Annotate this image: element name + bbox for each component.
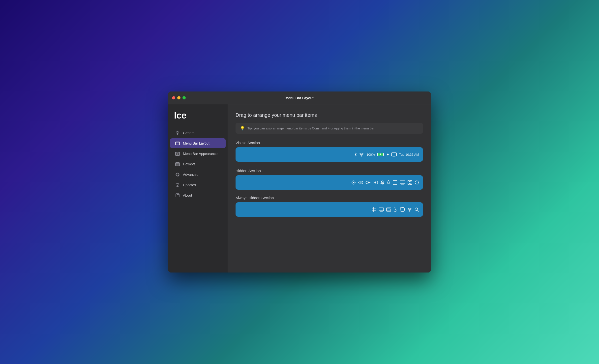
datetime-text: Tue 10:36 AM [399,153,419,156]
svg-rect-19 [384,154,384,155]
sidebar-item-hotkeys[interactable]: Hotkeys [170,159,226,169]
svg-point-15 [176,183,179,187]
svg-point-13 [177,174,178,175]
always-hidden-section-bar [236,202,423,217]
search2-icon [415,207,419,212]
play-icon [352,181,356,184]
svg-rect-8 [176,163,180,166]
sidebar-label-menu-bar-appearance: Menu Bar Appearance [183,152,217,156]
svg-rect-37 [400,181,405,184]
page-subtitle: Drag to arrange your menu bar items [236,112,423,118]
split-icon [393,180,397,185]
svg-rect-43 [410,183,412,185]
monitor-icon [400,181,405,184]
svg-rect-41 [410,181,412,182]
svg-line-56 [418,210,419,212]
svg-rect-9 [176,163,177,164]
svg-point-33 [375,182,376,183]
svg-marker-26 [353,182,355,183]
sidebar-item-updates[interactable]: Updates [170,180,226,190]
grid-icon [408,180,412,185]
svg-point-21 [387,154,389,155]
border-icon [400,207,405,212]
wifi-icon [359,152,364,156]
screen-record-icon [373,181,378,184]
tip-icon: 💡 [240,126,245,131]
sidebar-label-menu-bar-layout: Menu Bar Layout [183,141,210,145]
svg-rect-40 [408,181,410,182]
svg-rect-1 [176,142,180,145]
always-hidden-section-label: Always-Hidden Section [236,196,423,200]
sidebar: Ice General Menu Bar Layout [168,104,228,273]
dot-icon [387,153,389,155]
window-icon [386,208,391,212]
svg-rect-48 [379,208,384,211]
arrow-icon [415,180,419,185]
visible-section-label: Visible Section [236,141,423,145]
sidebar-item-menu-bar-layout[interactable]: Menu Bar Layout [170,138,226,148]
bluetooth-icon [354,152,357,157]
sidebar-label-updates: Updates [183,183,196,187]
svg-rect-11 [178,163,179,164]
general-icon [175,130,180,135]
sidebar-label-advanced: Advanced [183,173,198,177]
svg-rect-6 [176,154,177,155]
menu-bar-layout-icon [175,141,180,146]
sidebar-item-menu-bar-appearance[interactable]: Menu Bar Appearance [170,149,226,159]
svg-rect-52 [387,209,390,211]
sidebar-item-about[interactable]: About [170,190,226,200]
hidden-section-label: Hidden Section [236,169,423,173]
close-button[interactable] [172,96,175,99]
raindrop-icon [387,180,390,185]
sidebar-label-general: General [183,131,195,135]
tip-bar: 💡 Tip: you can also arrange menu bar ite… [236,123,423,134]
tip-text: Tip: you can also arrange menu bar items… [247,126,374,130]
hidden-section-bar [236,175,423,190]
sidebar-label-about: About [183,193,192,197]
svg-rect-53 [400,208,405,212]
wifi2-icon [407,208,412,212]
display2-icon [379,208,384,212]
battery-percentage: 100% [366,153,375,156]
title-bar: Menu Bar Layout [168,91,431,104]
menu-bar-appearance-icon [175,151,180,156]
battery-charging-icon [377,153,384,156]
sidebar-item-advanced[interactable]: Advanced [170,170,226,180]
window-title: Menu Bar Layout [285,96,314,100]
svg-point-27 [366,181,369,184]
svg-point-54 [409,211,410,212]
maximize-button[interactable] [182,96,186,99]
traffic-lights [172,96,186,99]
sidebar-item-general[interactable]: General [170,128,226,138]
app-title: Ice [168,110,228,128]
svg-rect-10 [177,163,178,164]
svg-rect-42 [408,183,410,185]
display-icon [391,152,397,156]
visible-section-bar: 100% [236,147,423,162]
svg-point-17 [361,156,362,156]
updates-icon [175,182,180,187]
advanced-icon [175,172,180,177]
key-icon [365,181,370,184]
grid2-icon [372,207,376,212]
svg-rect-22 [391,153,396,156]
svg-point-0 [177,132,178,134]
svg-rect-4 [176,152,177,154]
volume-icon [358,181,363,184]
about-icon [175,193,180,198]
sidebar-label-hotkeys: Hotkeys [183,162,196,166]
moon-icon [394,207,398,212]
mute-icon [380,180,384,185]
svg-rect-7 [178,154,179,155]
minimize-button[interactable] [177,96,180,99]
app-window: Menu Bar Layout Ice General [168,91,431,273]
main-content: Drag to arrange your menu bar items 💡 Ti… [228,104,431,273]
window-body: Ice General Menu Bar Layout [168,104,431,273]
hotkeys-icon [175,162,180,167]
svg-rect-5 [178,152,179,154]
svg-rect-12 [176,164,179,165]
